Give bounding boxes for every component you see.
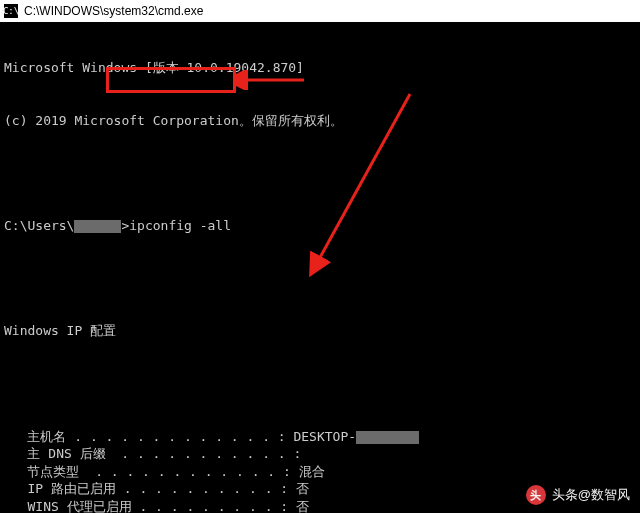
config-row: 主 DNS 后缀 . . . . . . . . . . . : bbox=[4, 445, 636, 463]
config-label: 主机名 bbox=[4, 429, 66, 444]
config-row: 节点类型 . . . . . . . . . . . . : 混合 bbox=[4, 463, 636, 481]
prompt-line: C:\Users\ >ipconfig -all bbox=[4, 217, 636, 235]
window-titlebar: C:\ C:\WINDOWS\system32\cmd.exe bbox=[0, 0, 640, 22]
config-label: WINS 代理已启用 bbox=[4, 499, 132, 513]
redacted-value bbox=[356, 431, 419, 444]
terminal-output[interactable]: Microsoft Windows [版本 10.0.19042.870] (c… bbox=[0, 22, 640, 513]
config-label: 节点类型 bbox=[4, 464, 79, 479]
window-title: C:\WINDOWS\system32\cmd.exe bbox=[24, 4, 203, 18]
config-value: 否 bbox=[296, 481, 309, 496]
config-value: 否 bbox=[296, 499, 309, 513]
section-ipconfig-title: Windows IP 配置 bbox=[4, 322, 636, 340]
cmd-icon: C:\ bbox=[4, 4, 18, 18]
header-line-2: (c) 2019 Microsoft Corporation。保留所有权利。 bbox=[4, 112, 636, 130]
config-row: 主机名 . . . . . . . . . . . . . : DESKTOP- bbox=[4, 428, 636, 446]
header-line-1: Microsoft Windows [版本 10.0.19042.870] bbox=[4, 59, 636, 77]
redacted-username bbox=[74, 220, 121, 233]
command-text: ipconfig -all bbox=[129, 218, 231, 233]
watermark: 头 头条@数智风 bbox=[526, 485, 630, 505]
config-label: 主 DNS 后缀 bbox=[4, 446, 106, 461]
config-label: IP 路由已启用 bbox=[4, 481, 116, 496]
watermark-logo-icon: 头 bbox=[526, 485, 546, 505]
config-value: DESKTOP- bbox=[293, 429, 356, 444]
config-value: 混合 bbox=[299, 464, 325, 479]
watermark-text: 头条@数智风 bbox=[552, 486, 630, 504]
